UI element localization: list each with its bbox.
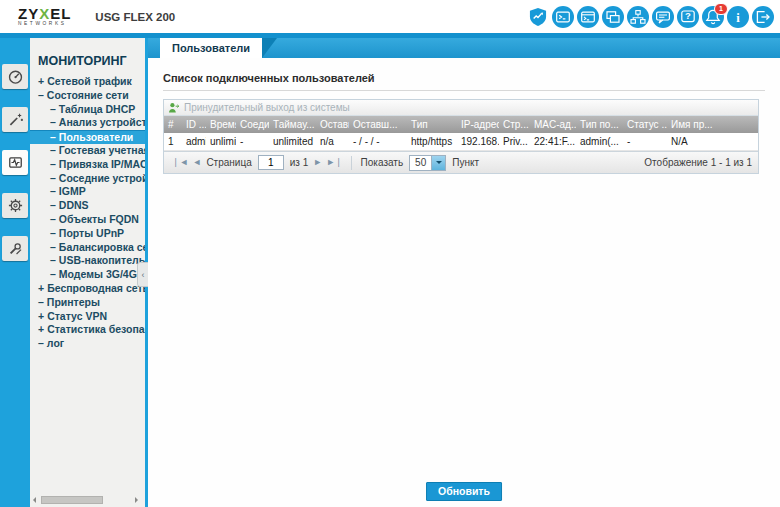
column-header[interactable]: Время ... — [206, 116, 236, 133]
securereporter-shield-icon[interactable] — [527, 6, 549, 28]
table-row[interactable]: 1adminunlimite...-unlimitedn/a- / - / -h… — [164, 133, 758, 151]
sitemap-icon[interactable] — [627, 6, 649, 28]
sidebar-tree-item[interactable]: +Статистика безопасн — [30, 323, 145, 337]
column-header[interactable]: MAC-ад... — [530, 116, 576, 133]
page-number-input[interactable] — [258, 155, 284, 170]
monitoring-pulse-icon[interactable] — [2, 150, 28, 175]
page-body: Список подключенных пользователей Принуд… — [148, 58, 780, 174]
column-header[interactable]: Статус ... — [623, 116, 667, 133]
column-header[interactable]: ID ... — [182, 116, 206, 133]
page-size-value: 50 — [410, 157, 431, 168]
sidebar-tree-item[interactable]: +Статус VPN — [30, 310, 145, 324]
configuration-gear-icon[interactable] — [2, 193, 28, 218]
sidebar-tree-item[interactable]: +Беспроводная сеть — [30, 282, 145, 296]
sidebar: МОНИТОРИНГ +Сетевой трафик –Состояние се… — [0, 38, 148, 507]
tree-expand-icon: – — [50, 227, 56, 241]
logo-text2: EL — [50, 5, 71, 22]
tree-expand-icon: – — [50, 213, 56, 227]
maintenance-tools-icon[interactable] — [2, 236, 28, 261]
scrollbar-thumb[interactable] — [41, 496, 103, 504]
column-header[interactable]: # — [164, 116, 182, 133]
sidebar-tree-item[interactable]: –Состояние сети — [30, 89, 145, 103]
pager-divider — [351, 156, 352, 170]
notifications-bell-icon[interactable]: 1 — [702, 6, 724, 28]
sidebar-tree-item[interactable]: –Анализ устройств — [30, 116, 145, 130]
column-header[interactable]: IP-адрес — [457, 116, 499, 133]
sidebar-tree-item[interactable]: –DDNS — [30, 199, 145, 213]
dashboard-gauge-icon[interactable] — [2, 64, 28, 89]
sidebar-icon-rail — [0, 38, 30, 279]
table-toolbar: Принудительный выход из системы — [164, 100, 758, 116]
tree-item-label: Статистика безопасн — [47, 323, 145, 335]
column-header[interactable]: Стр... — [499, 116, 530, 133]
dropdown-arrow-icon[interactable] — [431, 156, 445, 170]
tab-users[interactable]: Пользователи — [160, 38, 262, 58]
tree-item-label: Гостевая учетная — [59, 144, 145, 156]
tree-expand-icon: + — [38, 75, 44, 89]
sidebar-tree-item[interactable]: –Балансировка сер — [30, 241, 145, 255]
column-header[interactable]: Тип — [407, 116, 457, 133]
sidebar-tree-item[interactable]: –лог — [30, 337, 145, 351]
prev-page-icon[interactable]: ◄ — [192, 158, 201, 167]
tree-expand-icon: + — [38, 323, 44, 337]
table-cell: - / - / - — [349, 133, 407, 150]
sidebar-tree-item[interactable]: –Принтеры — [30, 296, 145, 310]
wizard-wand-icon[interactable] — [2, 107, 28, 132]
column-header[interactable]: Соедин... — [236, 116, 269, 133]
scroll-right-icon[interactable] — [135, 497, 138, 503]
sidebar-tree-item[interactable]: –Таблица DHCP — [30, 103, 145, 117]
cli-icon[interactable] — [577, 6, 599, 28]
table-header-row: #ID ...Время ...Соедин...Таймау...Оставш… — [164, 116, 758, 133]
sidebar-tree-item[interactable]: –IGMP — [30, 185, 145, 199]
force-logout-button[interactable]: Принудительный выход из системы — [168, 102, 350, 114]
info-icon[interactable]: i — [727, 6, 749, 28]
table-cell: unlimited — [269, 133, 316, 150]
table-cell: - — [623, 133, 667, 150]
next-page-icon[interactable]: ► — [313, 158, 322, 167]
first-page-icon[interactable]: ❘◄ — [172, 158, 188, 167]
tree-item-label: Принтеры — [47, 296, 100, 308]
tree-expand-icon: – — [50, 158, 56, 172]
scroll-left-icon[interactable] — [33, 497, 36, 503]
windows-panels-icon[interactable] — [602, 6, 624, 28]
sidebar-tree-item[interactable]: –Гостевая учетная — [30, 144, 145, 158]
column-header[interactable]: Имя пр... — [667, 116, 758, 133]
logout-icon[interactable] — [752, 6, 774, 28]
items-label: Пункт — [452, 157, 479, 168]
table-cell: http/https — [407, 133, 457, 150]
tree-horizontal-scrollbar[interactable] — [33, 495, 138, 505]
refresh-button[interactable]: Обновить — [426, 482, 502, 501]
svg-text:?: ? — [685, 10, 691, 21]
tree-item-label: Статус VPN — [47, 310, 107, 322]
sidebar-tree-item[interactable]: –Модемы 3G/4G — [30, 268, 145, 282]
page-size-select[interactable]: 50 — [409, 155, 446, 171]
title-divider — [163, 90, 765, 91]
sidebar-tree-list: +Сетевой трафик –Состояние сети –Таблица… — [30, 75, 145, 351]
sidebar-tree-item[interactable]: –Порты UPnP — [30, 227, 145, 241]
sidebar-tree-item[interactable]: –Соседние устройс — [30, 172, 145, 186]
logo-x: X — [39, 5, 50, 22]
forum-chat-icon[interactable] — [652, 6, 674, 28]
column-header[interactable]: Оставш... — [316, 116, 349, 133]
scrollbar-track[interactable] — [38, 496, 133, 504]
sidebar-tree-item[interactable]: –USB-накопитель — [30, 254, 145, 268]
sidebar-tree-item[interactable]: –Пользователи — [30, 130, 145, 144]
sidebar-tree-item[interactable]: –Привязка IP/MAC — [30, 158, 145, 172]
table-cell: unlimite... — [206, 133, 236, 150]
page-title: Список подключенных пользователей — [163, 72, 765, 84]
console-icon[interactable] — [552, 6, 574, 28]
logo-text: ZY — [18, 5, 39, 22]
sidebar-tree-item[interactable]: +Сетевой трафик — [30, 75, 145, 89]
column-header[interactable]: Тип по... — [576, 116, 623, 133]
help-icon[interactable]: ? — [677, 6, 699, 28]
display-info: Отображение 1 - 1 из 1 — [644, 157, 752, 168]
sidebar-tree-item[interactable]: –Объекты FQDN — [30, 213, 145, 227]
page-of-label: из 1 — [290, 157, 309, 168]
column-header[interactable]: Таймау... — [269, 116, 316, 133]
table-cell: admin(... — [576, 133, 623, 150]
top-header: ZYXEL NETWORKS USG FLEX 200 — [0, 0, 780, 33]
last-page-icon[interactable]: ►❘ — [326, 158, 342, 167]
tree-item-label: лог — [47, 337, 64, 349]
tree-item-label: Объекты FQDN — [59, 213, 139, 225]
column-header[interactable]: Оставш... — [349, 116, 407, 133]
